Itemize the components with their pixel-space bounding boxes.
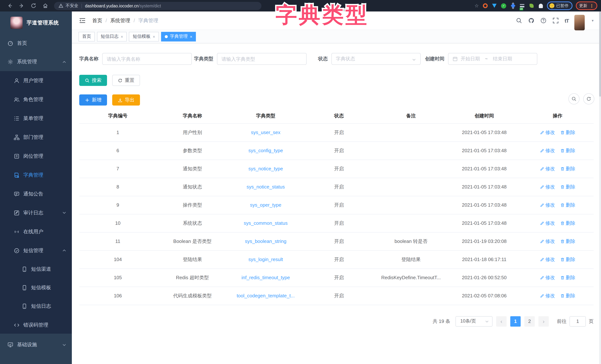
dict-type-link[interactable]: sys_user_sex <box>229 123 303 142</box>
dict-type-link[interactable]: sys_common_status <box>229 214 303 232</box>
edit-button[interactable]: 修改 <box>540 238 555 245</box>
bookmark-star-icon[interactable]: ☆ <box>475 3 479 9</box>
delete-button[interactable]: 删除 <box>560 238 575 245</box>
tag-sms-template[interactable]: 短信模板× <box>129 32 159 41</box>
page-size-select[interactable]: 10条/页 <box>455 316 492 326</box>
prev-page-button[interactable]: ‹ <box>496 316 507 326</box>
edit-button[interactable]: 修改 <box>540 292 555 299</box>
extension-icon-list-on[interactable]: on <box>519 3 525 9</box>
browser-menu-icon[interactable]: ⋮ <box>590 3 594 8</box>
sidebar-item-dictionary[interactable]: 字典管理 <box>0 165 72 184</box>
extension-icon-green-plant[interactable] <box>528 3 534 9</box>
browser-forward-icon[interactable] <box>17 2 26 10</box>
delete-button[interactable]: 删除 <box>560 274 575 281</box>
delete-button[interactable]: 删除 <box>560 183 575 190</box>
extension-icon-green-circle[interactable]: ✓ <box>501 3 507 9</box>
sidebar-item-users[interactable]: 用户管理 <box>0 71 72 90</box>
extension-icon-blue-gem[interactable] <box>491 3 497 9</box>
sidebar-item-menus[interactable]: 菜单管理 <box>0 109 72 128</box>
sidebar-item-notices[interactable]: 通知公告 <box>0 184 72 203</box>
sidebar-item-sms-log[interactable]: 短信日志 <box>0 297 72 315</box>
dict-type-link[interactable]: sys_boolean_string <box>229 232 303 250</box>
sidebar-item-error-codes[interactable]: 错误码管理 <box>0 315 72 334</box>
sidebar-item-sms-template[interactable]: 短信模板 <box>0 278 72 297</box>
edit-button[interactable]: 修改 <box>540 256 555 263</box>
address-bar[interactable]: 不安全 dashboard.yudao.iocoder.cn/system/di… <box>54 2 261 10</box>
table-row[interactable]: 106代码生成模板类型tool_codegen_template_t...开启2… <box>79 287 594 305</box>
browser-reload-icon[interactable] <box>29 2 37 10</box>
dict-type-link[interactable]: inf_redis_timeout_type <box>229 268 303 287</box>
dict-name-input[interactable] <box>107 56 187 62</box>
edit-button[interactable]: 修改 <box>540 220 555 226</box>
dict-type-link[interactable]: tool_codegen_template_t... <box>229 287 303 305</box>
page-scrollbar[interactable] <box>599 11 601 364</box>
dict-type-input[interactable] <box>221 56 302 62</box>
page-2-button[interactable]: 2 <box>524 316 535 326</box>
goto-page-input[interactable] <box>570 316 586 326</box>
help-icon[interactable] <box>540 17 547 24</box>
table-row[interactable]: 6参数类型sys_config_type开启2021-01-05 17:03:4… <box>79 142 594 160</box>
close-icon[interactable]: × <box>190 34 192 39</box>
breadcrumb-system[interactable]: 系统管理 <box>110 17 130 24</box>
edit-button[interactable]: 修改 <box>540 183 555 190</box>
delete-button[interactable]: 删除 <box>560 220 575 226</box>
table-row[interactable]: 10系统状态sys_common_status开启2021-01-05 17:0… <box>79 214 594 232</box>
sidebar-item-online-users[interactable]: 在线用户 <box>0 222 72 241</box>
table-row[interactable]: 11Boolean 是否类型sys_boolean_string开启boolea… <box>79 232 594 250</box>
page-1-button[interactable]: 1 <box>510 316 521 326</box>
sidebar-item-system[interactable]: 系统管理 <box>0 53 72 71</box>
fullscreen-icon[interactable] <box>552 17 559 24</box>
delete-button[interactable]: 删除 <box>560 256 575 263</box>
sidebar-item-sms[interactable]: 短信管理 <box>0 241 72 260</box>
close-icon[interactable]: × <box>153 34 155 39</box>
sidebar-item-infrastructure[interactable]: 基础设施 <box>0 334 72 356</box>
show-search-icon-button[interactable] <box>568 93 580 104</box>
table-row[interactable]: 105Redis 超时类型inf_redis_timeout_type开启Red… <box>79 268 594 287</box>
export-button[interactable]: 导出 <box>112 94 140 106</box>
app-logo[interactable]: 芋道管理系统 <box>0 11 72 34</box>
dict-type-link[interactable]: sys_login_result <box>229 250 303 268</box>
dict-type-link[interactable]: sys_config_type <box>229 142 303 160</box>
close-icon[interactable]: × <box>121 34 123 39</box>
extension-icon-white-figure[interactable] <box>538 3 544 9</box>
edit-button[interactable]: 修改 <box>540 147 555 154</box>
edit-button[interactable]: 修改 <box>540 129 555 136</box>
table-row[interactable]: 1用户性别sys_user_sex开启2021-01-05 17:03:48修改… <box>79 123 594 142</box>
dict-type-link[interactable]: sys_notice_type <box>229 160 303 178</box>
delete-button[interactable]: 删除 <box>560 147 575 154</box>
user-avatar[interactable] <box>574 15 585 30</box>
extension-icon-blue-diamond[interactable] <box>510 3 516 9</box>
github-icon[interactable] <box>528 17 535 24</box>
dict-type-link[interactable]: sys_notice_status <box>229 178 303 196</box>
delete-button[interactable]: 删除 <box>560 202 575 208</box>
refresh-icon-button[interactable] <box>583 93 594 104</box>
sidebar-item-roles[interactable]: 角色管理 <box>0 90 72 109</box>
sidebar-item-posts[interactable]: 岗位管理 <box>0 147 72 165</box>
dict-type-link[interactable]: sys_oper_type <box>229 196 303 214</box>
chrome-update-button[interactable]: 更新 ⋮ <box>576 1 597 10</box>
table-row[interactable]: 9操作类型sys_oper_type开启2021-01-05 17:03:48修… <box>79 196 594 214</box>
browser-back-icon[interactable] <box>6 2 14 10</box>
avatar-caret-icon[interactable]: ▾ <box>592 19 594 23</box>
breadcrumb-home[interactable]: 首页 <box>92 17 102 24</box>
header-search-icon[interactable] <box>516 17 522 24</box>
tag-sms-log[interactable]: 短信日志× <box>97 32 127 41</box>
sidebar-item-departments[interactable]: 部门管理 <box>0 128 72 147</box>
table-row[interactable]: 8通知状态sys_notice_status开启2021-01-05 17:03… <box>79 178 594 196</box>
sidebar-item-sms-channel[interactable]: 短信渠道 <box>0 260 72 278</box>
sidebar-item-home[interactable]: 首页 <box>0 34 72 53</box>
extension-icon-orange-ring[interactable] <box>482 3 488 9</box>
edit-button[interactable]: 修改 <box>540 202 555 208</box>
font-size-icon[interactable]: tT <box>565 18 569 23</box>
delete-button[interactable]: 删除 <box>560 129 575 136</box>
sidebar-item-audit-logs[interactable]: 审计日志 <box>0 203 72 222</box>
tag-dict-active[interactable]: 字典管理× <box>161 32 196 41</box>
edit-button[interactable]: 修改 <box>540 274 555 281</box>
status-select[interactable]: 字典状态 <box>331 53 421 65</box>
table-row[interactable]: 104登陆结果sys_login_result开启登陆结果2021-01-18 … <box>79 250 594 268</box>
scrollbar-thumb[interactable] <box>599 11 601 97</box>
next-page-button[interactable]: › <box>538 316 549 326</box>
search-button[interactable]: 搜索 <box>79 75 107 86</box>
edit-button[interactable]: 修改 <box>540 165 555 172</box>
delete-button[interactable]: 删除 <box>560 292 575 299</box>
